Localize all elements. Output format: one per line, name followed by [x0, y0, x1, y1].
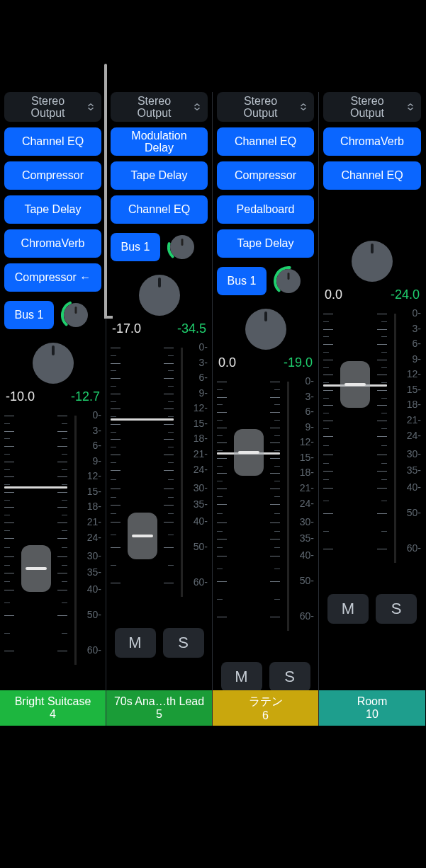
scale-label: 60- [294, 610, 314, 622]
scale-label: 9- [188, 387, 208, 399]
send-bus[interactable]: Bus 1 [111, 233, 160, 261]
fader-track[interactable] [4, 416, 67, 665]
scale-label: 0- [188, 341, 208, 353]
scale-label: 3- [82, 425, 101, 436]
scale-label: 50- [401, 507, 421, 518]
meter: 0-3-6-9-12-15-18-21-24-30-35-40-50-60- [283, 382, 314, 631]
send-bus[interactable]: Bus 1 [217, 267, 267, 295]
scale-label: 0- [294, 375, 314, 387]
send-row [323, 195, 421, 231]
solo-button[interactable]: S [269, 662, 310, 692]
scale-label: 18- [188, 433, 208, 444]
scale-label: 9- [401, 353, 421, 365]
scale-label: 15- [294, 452, 314, 463]
output-label: Stereo Output [223, 95, 298, 119]
scale-label: 0- [82, 409, 101, 421]
scale-label: 21- [188, 448, 208, 459]
send-knob[interactable] [167, 232, 197, 262]
scale-label: 21- [294, 482, 314, 493]
fx-slot[interactable]: Channel EQ [323, 161, 421, 190]
output-label: Stereo Output [10, 95, 86, 119]
fader-area: 0-3-6-9-12-15-18-21-24-30-35-40-50-60- [4, 409, 101, 665]
output-select[interactable]: Stereo Output [4, 92, 101, 122]
fx-slot[interactable]: Compressor [4, 161, 101, 190]
scale-label: 3- [294, 391, 314, 402]
level-readout: 0.0-24.0 [323, 287, 421, 302]
scale-label: 24- [401, 430, 421, 441]
send-row: Bus 1 [217, 263, 314, 299]
scale-label: 21- [82, 516, 101, 527]
fx-slot[interactable]: Modulation Delay [111, 127, 208, 156]
scale-label: 18- [294, 467, 314, 478]
fx-slot[interactable]: Compressor ← [4, 263, 101, 292]
output-label: Stereo Output [116, 95, 192, 119]
scale-label: 24- [188, 464, 208, 475]
meter-value: -12.7 [71, 389, 100, 404]
channel-strip-4: Stereo OutputChromaVerbChannel EQ0.0-24.… [319, 92, 425, 726]
pan-knob[interactable] [33, 343, 74, 384]
scale-label: 50- [294, 575, 314, 586]
solo-button[interactable]: S [163, 628, 204, 658]
fx-slot[interactable]: Tape Delay [111, 161, 208, 190]
scale-label: 12- [294, 436, 314, 447]
scale-label: 30- [188, 482, 208, 493]
fx-slot[interactable]: Tape Delay [217, 229, 314, 258]
updown-icon [192, 102, 202, 112]
scale-label: 24- [82, 532, 101, 543]
scale-label: 40- [294, 549, 314, 561]
fader-value: -17.0 [112, 321, 141, 336]
scale-label: 3- [401, 323, 421, 334]
pan-knob[interactable] [139, 275, 180, 316]
track-name[interactable]: Bright Suitcase4 [0, 690, 106, 726]
fader-value: -10.0 [6, 389, 35, 404]
fx-slot[interactable]: ChromaVerb [4, 229, 101, 258]
output-select[interactable]: Stereo Output [217, 92, 314, 122]
scale-label: 24- [294, 498, 314, 509]
fx-slot[interactable]: Channel EQ [111, 195, 208, 224]
fader-area: 0-3-6-9-12-15-18-21-24-30-35-40-50-60- [323, 307, 421, 563]
meter: 0-3-6-9-12-15-18-21-24-30-35-40-50-60- [390, 314, 421, 563]
fx-slot[interactable]: Channel EQ [217, 127, 314, 156]
track-name[interactable]: ラテン6 [213, 690, 318, 726]
updown-icon [86, 102, 96, 112]
pan-knob[interactable] [352, 241, 393, 282]
scale-label: 6- [401, 338, 421, 349]
scale-label: 35- [188, 498, 208, 510]
fx-slot[interactable]: Pedalboard [217, 195, 314, 224]
mute-button[interactable]: M [221, 662, 262, 692]
track-name[interactable]: 70s Ana…th Lead5 [106, 690, 212, 726]
level-readout: -10.0-12.7 [4, 389, 101, 404]
scale-label: 40- [82, 583, 101, 595]
scale-label: 18- [401, 399, 421, 410]
fader-track[interactable] [111, 348, 174, 597]
updown-icon [298, 102, 308, 112]
meter-value: -34.5 [177, 321, 206, 336]
fader-track[interactable] [217, 382, 280, 631]
meter-value: -24.0 [391, 287, 420, 302]
fx-slot[interactable]: Channel EQ [4, 127, 101, 156]
scale-label: 15- [82, 486, 101, 497]
send-knob[interactable] [61, 300, 91, 330]
mute-button[interactable]: M [115, 628, 156, 658]
send-bus[interactable]: Bus 1 [4, 301, 54, 329]
fader-thumb[interactable] [128, 513, 157, 559]
output-select[interactable]: Stereo Output [323, 92, 421, 122]
track-name[interactable]: Room10 [319, 690, 425, 726]
solo-button[interactable]: S [376, 594, 417, 624]
fader-area: 0-3-6-9-12-15-18-21-24-30-35-40-50-60- [217, 375, 314, 631]
scale-label: 40- [188, 515, 208, 527]
fader-thumb[interactable] [340, 361, 370, 408]
fx-slot[interactable]: Compressor [217, 161, 314, 190]
fx-slot[interactable]: Tape Delay [4, 195, 101, 224]
output-select[interactable]: Stereo Output [111, 92, 208, 122]
fader-thumb[interactable] [234, 429, 264, 476]
fader-track[interactable] [323, 314, 387, 563]
scale-label: 35- [82, 566, 101, 578]
pan-knob[interactable] [245, 309, 286, 350]
scale-label: 21- [401, 414, 421, 426]
fx-slot[interactable]: ChromaVerb [323, 127, 421, 156]
send-knob[interactable] [274, 266, 303, 296]
channel-strip-3: Stereo OutputChannel EQCompressorPedalbo… [213, 92, 319, 726]
fader-thumb[interactable] [21, 545, 51, 592]
mute-button[interactable]: M [327, 594, 369, 624]
